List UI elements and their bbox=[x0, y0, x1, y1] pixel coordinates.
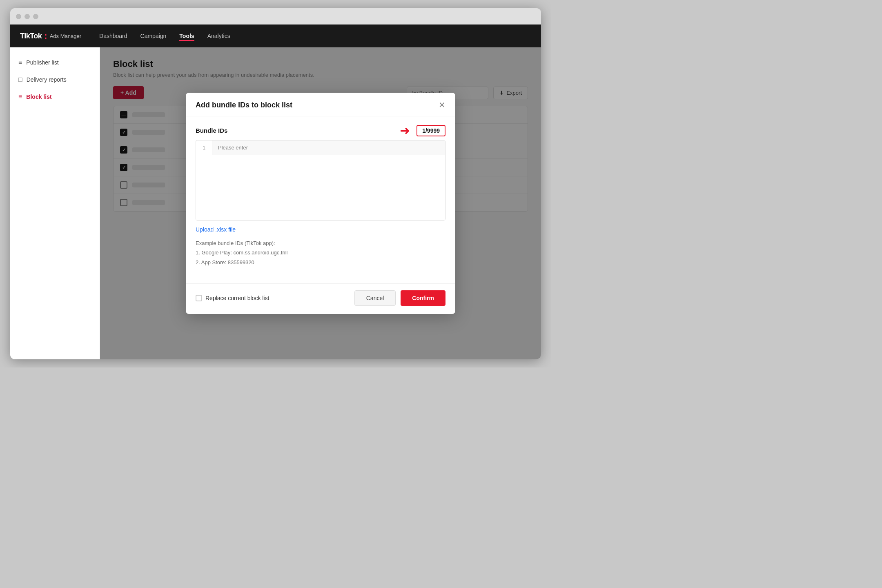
sidebar-item-publisher-list[interactable]: ≡ Publisher list bbox=[10, 54, 100, 71]
replace-checkbox-wrapper[interactable]: Replace current block list bbox=[196, 295, 269, 301]
modal-title: Add bundle IDs to block list bbox=[196, 101, 292, 109]
brand-dot: : bbox=[44, 31, 47, 40]
sidebar-label-block-list: Block list bbox=[26, 94, 51, 100]
modal-body: Bundle IDs ➜ 1/9999 1 bbox=[186, 116, 455, 283]
titlebar-maximize[interactable] bbox=[33, 14, 38, 19]
example-line-1: 1. Google Play: com.ss.android.ugc.trill bbox=[196, 249, 287, 256]
sidebar-item-block-list[interactable]: ≡ Block list bbox=[10, 88, 100, 105]
topnav: TikTok: Ads Manager Dashboard Campaign T… bbox=[10, 24, 541, 47]
modal-footer: Replace current block list Cancel Confir… bbox=[186, 283, 455, 314]
brand-tiktok: TikTok bbox=[20, 32, 42, 40]
nav-dashboard[interactable]: Dashboard bbox=[99, 31, 127, 41]
block-list-icon: ≡ bbox=[18, 93, 22, 100]
modal-header: Add bundle IDs to block list ✕ bbox=[186, 93, 455, 116]
nav-tools[interactable]: Tools bbox=[179, 31, 194, 41]
sidebar-item-delivery-reports[interactable]: □ Delivery reports bbox=[10, 71, 100, 88]
content-area: Block list Block list can help prevent y… bbox=[100, 47, 541, 359]
input-area: 1 bbox=[196, 140, 445, 220]
sidebar-label-delivery-reports: Delivery reports bbox=[27, 76, 67, 83]
bundle-counter: 1/9999 bbox=[416, 125, 445, 136]
confirm-button[interactable]: Confirm bbox=[401, 290, 445, 306]
example-line-2: 2. App Store: 835599320 bbox=[196, 259, 254, 265]
modal-close-button[interactable]: ✕ bbox=[439, 101, 445, 109]
bundle-ids-header: Bundle IDs ➜ 1/9999 bbox=[196, 125, 445, 137]
input-row-1: 1 bbox=[196, 140, 445, 155]
replace-label: Replace current block list bbox=[205, 295, 269, 301]
bundle-ids-label: Bundle IDs bbox=[196, 127, 227, 134]
titlebar-minimize[interactable] bbox=[24, 14, 30, 19]
modal-overlay: Add bundle IDs to block list ✕ Bundle ID… bbox=[100, 47, 541, 359]
publisher-list-icon: ≡ bbox=[18, 59, 22, 66]
brand-logo: TikTok: Ads Manager bbox=[20, 31, 81, 40]
example-text: Example bundle IDs (TikTok app): 1. Goog… bbox=[196, 238, 445, 267]
sidebar: ≡ Publisher list □ Delivery reports ≡ Bl… bbox=[10, 47, 100, 359]
nav-analytics[interactable]: Analytics bbox=[207, 31, 230, 41]
titlebar-close[interactable] bbox=[16, 14, 21, 19]
delivery-reports-icon: □ bbox=[18, 76, 22, 83]
upload-xlsx-link[interactable]: Upload .xlsx file bbox=[196, 226, 445, 233]
replace-checkbox[interactable] bbox=[196, 295, 202, 301]
cancel-button[interactable]: Cancel bbox=[354, 290, 396, 306]
input-empty-area bbox=[196, 155, 445, 220]
example-title: Example bundle IDs (TikTok app): bbox=[196, 240, 275, 246]
titlebar bbox=[10, 8, 541, 24]
app-window: TikTok: Ads Manager Dashboard Campaign T… bbox=[10, 8, 541, 359]
main-layout: ≡ Publisher list □ Delivery reports ≡ Bl… bbox=[10, 47, 541, 359]
row-number-1: 1 bbox=[196, 140, 212, 155]
sidebar-label-publisher-list: Publisher list bbox=[26, 59, 58, 66]
brand-sub: Ads Manager bbox=[50, 33, 81, 39]
nav-campaign[interactable]: Campaign bbox=[140, 31, 167, 41]
bundle-counter-wrapper: ➜ 1/9999 bbox=[400, 125, 445, 137]
modal: Add bundle IDs to block list ✕ Bundle ID… bbox=[186, 93, 455, 314]
arrow-right-icon: ➜ bbox=[400, 125, 410, 137]
bundle-id-input[interactable] bbox=[212, 140, 445, 155]
footer-buttons: Cancel Confirm bbox=[354, 290, 445, 306]
